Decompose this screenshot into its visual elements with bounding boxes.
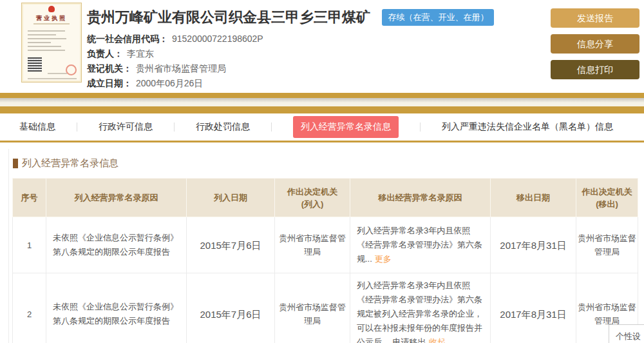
tab-bar: 基础信息 行政许可信息 行政处罚信息 列入经营异常名录信息 列入严重违法失信企业… xyxy=(0,113,644,142)
cell-index: 2 xyxy=(13,273,46,343)
cell-index: 1 xyxy=(13,217,46,273)
field-label: 登记机关： xyxy=(87,63,132,74)
section-header: 列入经营异常名录信息 xyxy=(13,157,644,170)
col-header-in-reason: 列入经营异常名录原因 xyxy=(46,179,187,217)
field-establish-date: 成立日期：2000年06月26日 xyxy=(87,76,494,91)
cell-in-authority: 贵州省市场监督管理局 xyxy=(275,273,350,343)
main-content: 列入经营异常名录信息 序号 列入经营异常名录原因 列入日期 作出决定机关(列入)… xyxy=(0,142,644,343)
col-header-index: 序号 xyxy=(13,179,46,217)
info-print-button[interactable]: 信息打印 xyxy=(551,60,639,79)
col-header-out-reason: 移出经营异常名录原因 xyxy=(350,179,491,217)
cell-in-date: 2015年7月6日 xyxy=(187,273,275,343)
license-text-line xyxy=(28,46,61,47)
company-name-title: 贵州万峰矿业有限公司织金县三甲乡三甲煤矿 xyxy=(87,8,370,27)
col-header-in-date: 列入日期 xyxy=(187,179,275,217)
table-header-row: 序号 列入经营异常名录原因 列入日期 作出决定机关(列入) 移出经营异常名录原因… xyxy=(13,179,638,217)
tab-admin-license[interactable]: 行政许可信息 xyxy=(99,121,153,133)
section-title-text: 列入经营异常名录信息 xyxy=(22,157,118,170)
status-badge: 存续（在营、开业、在册） xyxy=(382,9,494,26)
license-subtitle-line xyxy=(33,23,70,24)
send-report-button[interactable]: 发送报告 xyxy=(551,8,639,28)
tab-abnormal-operation-list[interactable]: 列入经营异常名录信息 xyxy=(293,116,399,138)
field-value: 2000年06月26日 xyxy=(136,78,203,88)
company-header: 营业执照 贵州万峰矿业有限公司织金县三甲乡三甲煤矿 存续（在营、开业、在册） 统… xyxy=(0,0,644,93)
tab-separator xyxy=(420,122,421,132)
license-text-line xyxy=(28,42,51,43)
company-info: 贵州万峰矿业有限公司织金县三甲乡三甲煤矿 存续（在营、开业、在册） 统一社会信用… xyxy=(87,8,494,91)
cell-in-date: 2015年7月6日 xyxy=(187,217,275,273)
personalization-widget[interactable]: 个性设 xyxy=(609,324,644,343)
tab-separator xyxy=(77,122,77,132)
more-link[interactable]: 更多 xyxy=(375,254,392,264)
field-label: 负责人： xyxy=(87,48,123,59)
gold-divider-bottom xyxy=(0,106,644,113)
cell-out-reason: 列入经营异常名录3年内且依照《经营异常名录管理办法》第六条规...更多 xyxy=(350,217,491,273)
cell-out-authority: 贵州省市场监督管理局 xyxy=(576,217,638,273)
license-text-line xyxy=(28,78,77,79)
field-label: 成立日期： xyxy=(87,78,132,88)
gold-divider-top xyxy=(0,93,644,98)
field-value: 91520000722198602P xyxy=(172,34,263,44)
content-left-border xyxy=(8,149,9,343)
field-legal-person: 负责人：李宜东 xyxy=(87,46,494,61)
field-credit-code: 统一社会信用代码：91520000722198602P xyxy=(87,32,494,46)
abnormal-operation-table: 序号 列入经营异常名录原因 列入日期 作出决定机关(列入) 移出经营异常名录原因… xyxy=(12,178,638,343)
cell-out-date: 2017年8月31日 xyxy=(491,217,576,273)
table-row: 1 未依照《企业信息公示暂行条例》第八条规定的期限公示年度报告 2015年7月6… xyxy=(13,217,638,273)
col-header-in-authority: 作出决定机关(列入) xyxy=(275,179,350,217)
tab-basic-info[interactable]: 基础信息 xyxy=(19,121,55,133)
cell-out-reason: 列入经营异常名录3年内且依照《经营异常名录管理办法》第六条规定被列入经营异常名录… xyxy=(350,273,491,343)
table-row: 2 未依照《企业信息公示暂行条例》第八条规定的期限公示年度报告 2015年7月6… xyxy=(13,273,638,343)
cell-out-date: 2017年8月31日 xyxy=(491,273,576,343)
cell-in-reason: 未依照《企业信息公示暂行条例》第八条规定的期限公示年度报告 xyxy=(46,273,187,343)
license-text-line xyxy=(48,73,67,74)
license-text-line xyxy=(28,34,56,35)
license-text-line xyxy=(28,50,65,51)
field-value: 贵州省市场监督管理局 xyxy=(136,63,226,74)
out-reason-text: 列入经营异常名录3年内且依照《经营异常名录管理办法》第六条规定被列入经营异常名录… xyxy=(357,280,482,343)
red-stamp-icon xyxy=(66,64,77,75)
info-share-button[interactable]: 信息分享 xyxy=(551,34,639,54)
col-header-out-date: 移出日期 xyxy=(491,179,576,217)
license-text-line xyxy=(28,30,65,32)
col-header-out-authority: 作出决定机关(移出) xyxy=(576,179,638,217)
license-title: 营业执照 xyxy=(22,14,81,23)
tab-serious-violation-blacklist[interactable]: 列入严重违法失信企业名单（黑名单）信息 xyxy=(442,121,613,133)
cell-in-authority: 贵州省市场监督管理局 xyxy=(275,217,350,273)
business-license-thumbnail[interactable]: 营业执照 xyxy=(21,3,82,83)
action-buttons: 发送报告 信息分享 信息打印 xyxy=(551,8,639,86)
tab-admin-penalty[interactable]: 行政处罚信息 xyxy=(196,121,250,133)
divider-gap xyxy=(0,98,644,106)
license-text-line xyxy=(28,38,66,39)
field-registry-authority: 登记机关：贵州省市场监督管理局 xyxy=(87,61,494,76)
tab-separator xyxy=(271,122,272,132)
tab-separator xyxy=(174,122,175,132)
qr-code-icon xyxy=(28,57,42,72)
page: 营业执照 贵州万峰矿业有限公司织金县三甲乡三甲煤矿 存续（在营、开业、在册） 统… xyxy=(0,0,644,343)
national-emblem-icon xyxy=(48,6,55,12)
cell-in-reason: 未依照《企业信息公示暂行条例》第八条规定的期限公示年度报告 xyxy=(46,217,187,273)
field-label: 统一社会信用代码： xyxy=(87,34,168,44)
section-marker-icon xyxy=(13,159,18,168)
collapse-link[interactable]: 收起 xyxy=(429,337,446,343)
field-value: 李宜东 xyxy=(127,48,154,59)
